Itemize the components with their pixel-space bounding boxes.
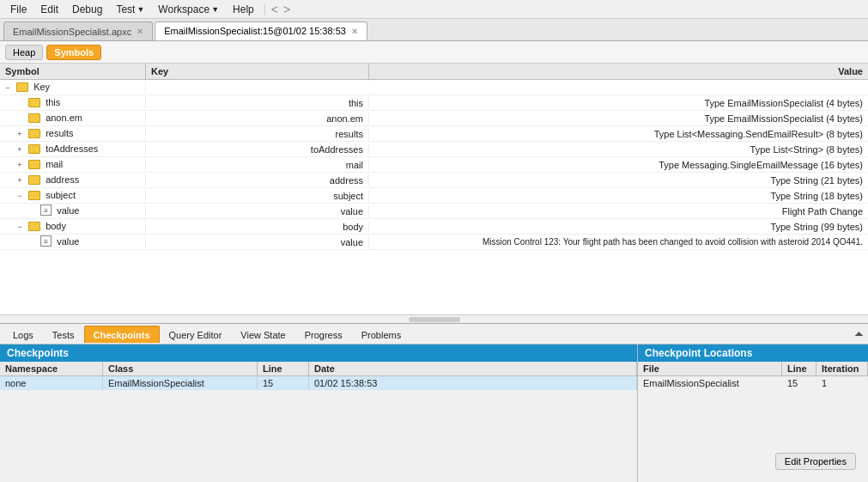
value-cell: Type List<String> (8 bytes) bbox=[369, 143, 868, 156]
value-cell bbox=[369, 87, 868, 88]
table-row: anon.em anon.em Type EmailMissionSpecial… bbox=[0, 111, 868, 126]
cp-cell-namespace: none bbox=[0, 376, 103, 390]
key-cell: value bbox=[146, 236, 369, 248]
expand-icon[interactable]: + bbox=[15, 161, 24, 169]
cp-col-class: Class bbox=[103, 362, 258, 375]
menu-debug[interactable]: Debug bbox=[65, 2, 109, 17]
symbol-cell: this bbox=[0, 96, 146, 109]
cp-cell-date: 01/02 15:38:53 bbox=[309, 376, 637, 390]
expand-icon[interactable]: − bbox=[15, 192, 24, 200]
table-row: ≡ value value Flight Path Change bbox=[0, 204, 868, 219]
table-row: − body body Type String (99 bytes) bbox=[0, 219, 868, 235]
symbol-cell: + address bbox=[0, 174, 146, 186]
expand-icon bbox=[27, 236, 36, 245]
table-row: this this Type EmailMissionSpecialist (4… bbox=[0, 95, 868, 111]
value-cell: Type EmailMissionSpecialist (4 bytes) bbox=[369, 113, 868, 125]
expand-icon bbox=[15, 97, 24, 106]
checkpoints-left-pane: Checkpoints Namespace Class Line Date no… bbox=[0, 345, 638, 482]
folder-icon bbox=[28, 191, 40, 200]
symbol-cell: ≡ value bbox=[0, 235, 146, 249]
symbol-table-area: Symbol Key Value − Key this this Type Em… bbox=[0, 64, 868, 323]
tab-query-editor[interactable]: Query Editor bbox=[160, 326, 232, 343]
value-cell: Type String (18 bytes) bbox=[369, 190, 868, 202]
table-row: − Key bbox=[0, 80, 868, 95]
menu-file[interactable]: File bbox=[3, 2, 33, 17]
tab-apxc[interactable]: EmailMissionSpecialist.apxc ✕ bbox=[3, 21, 153, 40]
panel-collapse-icon[interactable]: ⏶ bbox=[853, 327, 865, 340]
symbol-cell: + results bbox=[0, 127, 146, 140]
symbol-cell: − subject bbox=[0, 189, 146, 202]
key-cell: anon.em bbox=[146, 113, 369, 125]
folder-icon bbox=[16, 82, 28, 92]
key-cell: subject bbox=[146, 190, 369, 202]
tabs-bar: EmailMissionSpecialist.apxc ✕ EmailMissi… bbox=[0, 19, 868, 41]
key-cell: toAddresses bbox=[146, 143, 369, 156]
expand-icon bbox=[15, 113, 24, 121]
tab-tests[interactable]: Tests bbox=[43, 326, 84, 343]
cpr-cell-iteration: 1 bbox=[816, 376, 868, 390]
doc-icon: ≡ bbox=[40, 235, 52, 247]
bottom-tabs-bar: Logs Tests Checkpoints Query Editor View… bbox=[0, 324, 868, 345]
nav-prev[interactable]: < bbox=[269, 3, 281, 16]
value-cell: Flight Path Change bbox=[369, 205, 868, 217]
expand-icon[interactable]: + bbox=[15, 130, 24, 138]
symbol-cell: + toAddresses bbox=[0, 143, 146, 156]
value-cell: Type Messaging.SingleEmailMessage (16 by… bbox=[369, 159, 868, 171]
edit-properties-button[interactable]: Edit Properties bbox=[775, 453, 856, 470]
cp-row[interactable]: none EmailMissionSpecialist 15 01/02 15:… bbox=[0, 376, 637, 390]
tab-debug-close[interactable]: ✕ bbox=[351, 27, 358, 36]
tab-view-state[interactable]: View State bbox=[231, 326, 294, 343]
expand-icon[interactable]: − bbox=[15, 223, 24, 231]
tab-logs[interactable]: Logs bbox=[3, 326, 43, 343]
key-cell: address bbox=[146, 174, 369, 186]
folder-icon bbox=[28, 129, 40, 138]
nav-next[interactable]: > bbox=[281, 3, 293, 16]
folder-icon bbox=[28, 144, 40, 154]
symbol-cell: anon.em bbox=[0, 112, 146, 125]
expand-icon[interactable]: + bbox=[15, 176, 24, 185]
menu-edit[interactable]: Edit bbox=[33, 2, 65, 17]
cp-col-headers: Namespace Class Line Date bbox=[0, 362, 637, 376]
expand-icon[interactable]: + bbox=[15, 145, 24, 154]
tab-problems[interactable]: Problems bbox=[352, 326, 410, 343]
key-cell: results bbox=[146, 128, 369, 140]
checkpoints-right-pane: Checkpoint Locations File Line Iteration… bbox=[638, 345, 868, 482]
cpr-col-file: File bbox=[638, 362, 782, 375]
cp-cell-class: EmailMissionSpecialist bbox=[103, 376, 258, 390]
cpr-row[interactable]: EmailMissionSpecialist 15 1 bbox=[638, 376, 868, 390]
value-cell: Type String (99 bytes) bbox=[369, 221, 868, 233]
key-cell: value bbox=[146, 205, 369, 217]
key-cell: mail bbox=[146, 159, 369, 171]
tab-apxc-close[interactable]: ✕ bbox=[137, 27, 143, 36]
folder-icon bbox=[28, 175, 40, 185]
tab-checkpoints[interactable]: Checkpoints bbox=[84, 326, 160, 343]
cpr-col-line: Line bbox=[782, 362, 816, 375]
symbols-button[interactable]: Symbols bbox=[46, 45, 101, 60]
table-row: + toAddresses toAddresses Type List<Stri… bbox=[0, 142, 868, 157]
value-cell: Type EmailMissionSpecialist (4 bytes) bbox=[369, 97, 868, 109]
expand-icon[interactable]: − bbox=[3, 83, 12, 92]
tab-debug-session[interactable]: EmailMissionSpecialist:15@01/02 15:38:53… bbox=[155, 21, 367, 40]
symbol-cell: ≡ value bbox=[0, 204, 146, 218]
heap-button[interactable]: Heap bbox=[5, 45, 43, 60]
tree-rows: − Key this this Type EmailMissionSpecial… bbox=[0, 80, 868, 314]
menu-test[interactable]: Test▼ bbox=[109, 2, 151, 17]
cpl-section-header: Checkpoint Locations bbox=[638, 345, 868, 362]
col-symbol: Symbol bbox=[0, 64, 146, 79]
menu-workspace[interactable]: Workspace▼ bbox=[151, 2, 226, 17]
tab-progress[interactable]: Progress bbox=[295, 326, 352, 343]
table-row: − subject subject Type String (18 bytes) bbox=[0, 188, 868, 204]
folder-icon bbox=[28, 113, 40, 123]
value-cell: Type List<Messaging.SendEmailResult> (8 … bbox=[369, 128, 868, 140]
cp-col-namespace: Namespace bbox=[0, 362, 103, 375]
symbol-cell: − Key bbox=[0, 81, 146, 94]
bottom-panel: Logs Tests Checkpoints Query Editor View… bbox=[0, 323, 868, 482]
cp-cell-line: 15 bbox=[258, 376, 309, 390]
doc-icon: ≡ bbox=[40, 204, 52, 216]
toolbar: Heap Symbols bbox=[0, 41, 868, 64]
col-headers: Symbol Key Value bbox=[0, 64, 868, 80]
symbol-cell: − body bbox=[0, 220, 146, 233]
col-key: Key bbox=[146, 64, 369, 79]
menu-help[interactable]: Help bbox=[226, 2, 261, 17]
key-cell bbox=[146, 87, 369, 88]
